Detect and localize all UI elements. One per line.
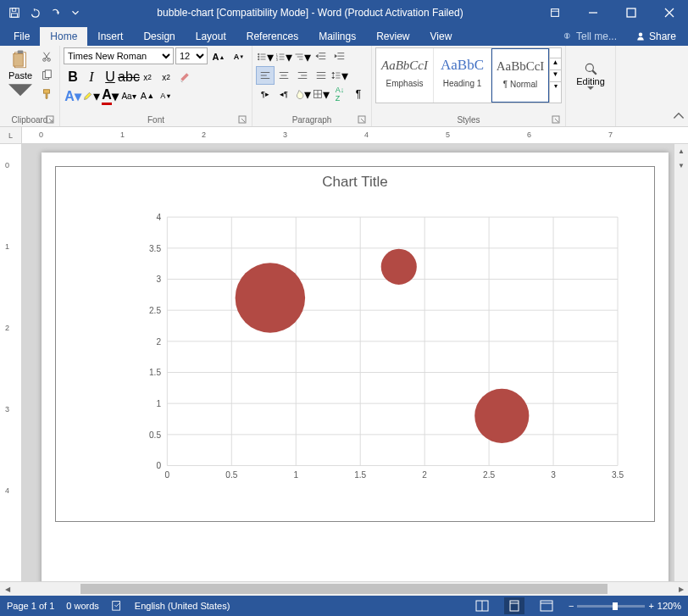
tab-home[interactable]: Home (40, 27, 87, 46)
font-size-select[interactable]: 12 (175, 47, 208, 64)
rtl-icon[interactable]: ◂¶ (275, 85, 293, 103)
scroll-right-icon[interactable]: ▶ (674, 582, 688, 596)
highlight-icon[interactable]: ▾ (82, 86, 101, 105)
styles-more-icon[interactable]: ▾ (550, 81, 561, 93)
numbering-icon[interactable]: 123▾ (275, 47, 293, 66)
styles-launcher-icon[interactable] (552, 115, 560, 124)
line-spacing-icon[interactable]: ▾ (330, 66, 349, 85)
word-count[interactable]: 0 words (66, 601, 99, 611)
ltr-icon[interactable]: ¶▸ (256, 85, 275, 103)
underline-icon[interactable]: U (101, 68, 119, 86)
collapse-ribbon-icon[interactable] (673, 111, 685, 123)
style-heading1[interactable]: AaBbCHeading 1 (434, 48, 491, 103)
svg-rect-5 (627, 8, 635, 17)
clear-format-icon[interactable] (175, 68, 194, 86)
shading-icon[interactable]: ▾ (293, 85, 312, 103)
horizontal-ruler[interactable]: L 01234567 (0, 127, 688, 144)
font-launcher-icon[interactable] (238, 115, 247, 124)
align-right-icon[interactable] (293, 66, 312, 85)
editing-button[interactable]: Editing (569, 47, 612, 103)
svg-rect-12 (18, 50, 24, 53)
text-effects-icon[interactable]: A▾ (64, 86, 82, 105)
styles-up-icon[interactable]: ▲ (550, 58, 561, 69)
minimize-icon[interactable] (574, 0, 612, 25)
tab-view[interactable]: View (420, 27, 463, 46)
change-case-icon[interactable]: Aa▾ (119, 86, 138, 105)
grow-font2-icon[interactable]: A▲ (138, 86, 157, 105)
close-icon[interactable] (650, 0, 688, 25)
scroll-left-icon[interactable]: ◀ (0, 582, 14, 596)
style-normal[interactable]: AaBbCcI¶ Normal (491, 48, 549, 103)
paragraph-launcher-icon[interactable] (358, 115, 366, 124)
qat-more-icon[interactable] (66, 3, 85, 22)
tell-me-search[interactable]: Tell me... (552, 27, 627, 46)
ribbon-options-icon[interactable] (535, 0, 574, 25)
tab-references[interactable]: References (236, 27, 308, 46)
zoom-in-icon[interactable]: + (648, 601, 653, 611)
justify-icon[interactable] (312, 66, 330, 85)
multilevel-icon[interactable]: ▾ (293, 47, 312, 66)
ribbon-tabs: File Home Insert Design Layout Reference… (0, 25, 688, 46)
maximize-icon[interactable] (612, 0, 650, 25)
tab-mailings[interactable]: Mailings (308, 27, 366, 46)
svg-text:1.5: 1.5 (354, 470, 366, 480)
styles-gallery[interactable]: AaBbCcIEmphasis AaBbCHeading 1 AaBbCcI¶ … (375, 47, 562, 103)
increase-indent-icon[interactable] (330, 47, 349, 66)
zoom-slider[interactable] (577, 605, 645, 608)
style-emphasis[interactable]: AaBbCcIEmphasis (376, 48, 434, 103)
page-indicator[interactable]: Page 1 of 1 (7, 601, 54, 611)
clipboard-launcher-icon[interactable] (46, 115, 54, 124)
shrink-font2-icon[interactable]: A▼ (157, 86, 175, 105)
spell-check-icon[interactable] (111, 599, 123, 613)
bold-icon[interactable]: B (64, 68, 82, 86)
ribbon: Paste Clipboard Times New Roman 12 A▲ A▼… (0, 46, 688, 127)
chart-object[interactable]: Chart Title 00.511.522.533.500.511.522.5… (55, 166, 655, 522)
title-bar: bubble-chart [Compatibility Mode] - Word… (0, 0, 688, 25)
cut-icon[interactable] (37, 47, 56, 66)
horizontal-scrollbar[interactable]: ◀ ▶ (0, 581, 688, 596)
document-canvas[interactable]: Chart Title 00.511.522.533.500.511.522.5… (22, 144, 688, 581)
scroll-up-icon[interactable]: ▲ (674, 144, 688, 158)
zoom-out-icon[interactable]: − (569, 601, 574, 611)
vertical-ruler[interactable]: 01234 (0, 144, 22, 581)
font-name-select[interactable]: Times New Roman (64, 47, 174, 64)
strikethrough-icon[interactable]: abc (119, 68, 138, 86)
svg-point-62 (585, 64, 593, 71)
styles-down-icon[interactable]: ▼ (550, 69, 561, 81)
zoom-level[interactable]: 120% (657, 601, 681, 611)
scroll-thumb[interactable] (80, 584, 608, 594)
align-left-icon[interactable] (256, 66, 275, 85)
read-mode-icon[interactable] (472, 597, 492, 614)
ruler-corner: L (0, 127, 22, 143)
format-painter-icon[interactable] (37, 85, 56, 103)
tab-design[interactable]: Design (133, 27, 185, 46)
tab-layout[interactable]: Layout (186, 27, 236, 46)
paste-button[interactable]: Paste (3, 47, 37, 103)
font-color-icon[interactable]: A▾ (101, 86, 119, 105)
bullets-icon[interactable]: ▾ (256, 47, 275, 66)
svg-rect-9 (566, 34, 568, 38)
tab-review[interactable]: Review (366, 27, 419, 46)
subscript-icon[interactable]: x2 (138, 68, 157, 86)
web-layout-icon[interactable] (536, 597, 557, 614)
language-indicator[interactable]: English (United States) (135, 601, 230, 611)
tab-insert[interactable]: Insert (87, 27, 133, 46)
superscript-icon[interactable]: x2 (157, 68, 175, 86)
italic-icon[interactable]: I (82, 68, 101, 86)
redo-icon[interactable] (46, 3, 64, 22)
show-marks-icon[interactable]: ¶ (349, 85, 368, 103)
grow-font-icon[interactable]: A▲ (209, 47, 228, 66)
sort-icon[interactable]: A↓Z (330, 85, 349, 103)
shrink-font-icon[interactable]: A▼ (230, 47, 248, 66)
share-button[interactable]: Share (627, 27, 685, 46)
save-icon[interactable] (5, 3, 24, 22)
scroll-down-icon[interactable]: ▼ (674, 158, 688, 173)
print-layout-icon[interactable] (504, 597, 524, 614)
align-center-icon[interactable] (275, 66, 293, 85)
vertical-scrollbar[interactable]: ▲ ▼ (674, 144, 688, 581)
tab-file[interactable]: File (3, 27, 40, 46)
decrease-indent-icon[interactable] (312, 47, 330, 66)
undo-icon[interactable] (25, 3, 44, 22)
copy-icon[interactable] (37, 66, 56, 85)
borders-icon[interactable]: ▾ (312, 85, 330, 103)
